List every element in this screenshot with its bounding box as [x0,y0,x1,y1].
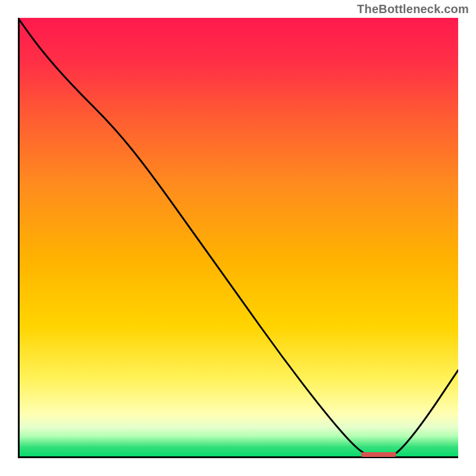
watermark-label: TheBottleneck.com [357,2,469,16]
plot-frame [18,18,458,458]
bottleneck-curve [18,18,458,458]
plot-inner [18,18,458,458]
chart-canvas: TheBottleneck.com [0,0,476,476]
optimum-marker [361,452,396,457]
